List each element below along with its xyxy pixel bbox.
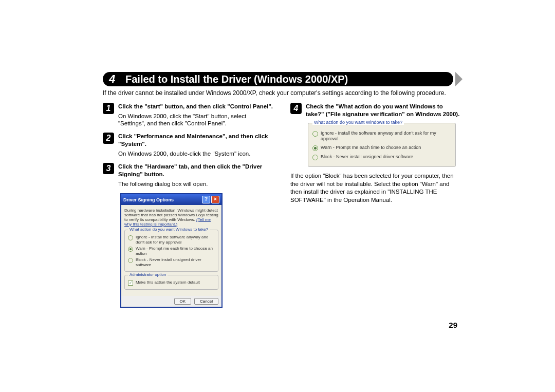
radio-icon [312, 131, 318, 137]
radio-label: Block - Never install unsigned driver so… [321, 154, 413, 160]
admin-group: Administrator option ✓ Make this action … [124, 275, 218, 290]
step-number: 1 [103, 103, 114, 114]
checkbox-icon: ✓ [128, 281, 133, 286]
checkbox-default[interactable]: ✓ Make this action the system default [128, 280, 215, 286]
group-legend: What action do you want Windows to take? [128, 227, 210, 232]
manual-page: 4 Failed to Install the Driver (Windows … [0, 0, 555, 392]
two-column-layout: 1 Click the "start" button, and then cli… [103, 103, 462, 308]
step-number: 2 [103, 133, 114, 144]
dialog-titlebar: Driver Signing Options ? × [121, 194, 221, 205]
section-header: 4 Failed to Install the Driver (Windows … [103, 72, 462, 86]
right-column: 4 Check the "What action do you want Win… [290, 103, 462, 308]
step-number: 3 [103, 163, 114, 174]
page-number: 29 [449, 321, 457, 329]
step-title: Click the "Hardware" tab, and then click… [118, 163, 275, 178]
section-number: 4 [103, 72, 121, 86]
dialog-title-text: Driver Signing Options [123, 197, 201, 202]
radio-label: Warn - Prompt me each time to choose an … [321, 145, 421, 151]
radio-icon [128, 258, 133, 263]
radio-icon [312, 155, 318, 160]
dialog-body: During hardware installation, Windows mi… [121, 205, 221, 296]
step-3: 3 Click the "Hardware" tab, and then cli… [103, 163, 275, 188]
arrow-right-icon [455, 72, 462, 86]
step-1: 1 Click the "start" button, and then cli… [103, 103, 275, 128]
step-description: On Windows 2000, double-click the "Syste… [118, 150, 275, 158]
dialog-intro: During hardware installation, Windows mi… [124, 208, 218, 227]
checkbox-label: Make this action the system default [136, 280, 200, 285]
cancel-button[interactable]: Cancel [194, 298, 218, 305]
step-number: 4 [290, 103, 302, 114]
step-2: 2 Click "Performance and Maintenance", a… [103, 133, 275, 158]
help-icon[interactable]: ? [202, 196, 210, 203]
radio-icon [128, 247, 133, 252]
step-title: Click "Performance and Maintenance", and… [118, 133, 275, 148]
step-description: The following dialog box will open. [118, 180, 275, 188]
closing-note: If the option "Block" has been selected … [290, 172, 462, 204]
step-description: On Windows 2000, click the "Start" butto… [118, 113, 275, 128]
group-legend: Administrator option [128, 272, 168, 277]
step-title: Check the "What action do you want Windo… [306, 103, 462, 118]
left-column: 1 Click the "start" button, and then cli… [103, 103, 275, 308]
radio-icon [312, 145, 318, 151]
radio-icon [128, 235, 133, 240]
radio-label: Warn - Prompt me each time to choose an … [136, 246, 215, 256]
close-icon[interactable]: × [211, 196, 219, 203]
radio-block[interactable]: Block - Never install unsigned driver so… [128, 257, 215, 267]
intro-text: If the driver cannot be installed under … [103, 89, 462, 98]
radio-label: Ignore - Install the software anyway and… [321, 130, 451, 142]
radio-warn[interactable]: Warn - Prompt me each time to choose an … [312, 145, 451, 151]
dialog-footer: OK Cancel [121, 296, 221, 307]
radio-block[interactable]: Block - Never install unsigned driver so… [312, 154, 451, 160]
radio-ignore[interactable]: Ignore - Install the software anyway and… [312, 130, 451, 142]
radio-ignore[interactable]: Ignore - Install the software anyway and… [128, 235, 215, 245]
ok-button[interactable]: OK [174, 298, 192, 305]
radio-label: Block - Never install unsigned driver so… [136, 257, 215, 267]
step-4: 4 Check the "What action do you want Win… [290, 103, 462, 118]
radio-label: Ignore - Install the software anyway and… [136, 235, 215, 245]
section-title: Failed to Install the Driver (Windows 20… [121, 72, 453, 86]
driver-signing-dialog: Driver Signing Options ? × During hardwa… [120, 193, 223, 308]
panel-legend: What action do you want Windows to take? [312, 120, 404, 125]
action-panel: What action do you want Windows to take?… [308, 123, 456, 167]
radio-warn[interactable]: Warn - Prompt me each time to choose an … [128, 246, 215, 256]
step-title: Click the "start" button, and then click… [118, 103, 275, 110]
action-group: What action do you want Windows to take?… [124, 230, 218, 272]
